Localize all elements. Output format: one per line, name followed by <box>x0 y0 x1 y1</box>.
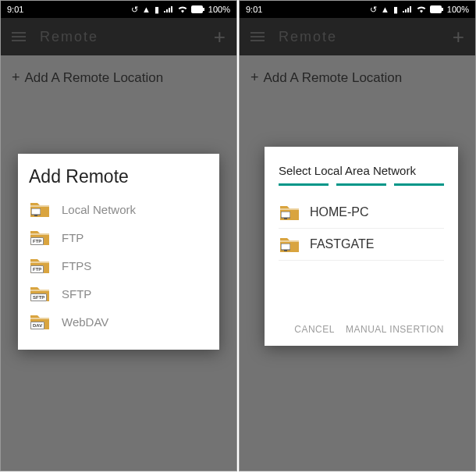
folder-icon <box>279 235 300 254</box>
battery-icon <box>191 5 205 13</box>
status-icons: ↺ ▲ ▮ <box>370 5 399 15</box>
remote-item-webdav[interactable]: DAV WebDAV <box>29 308 208 336</box>
folder-icon <box>29 200 51 219</box>
remote-item-ftp[interactable]: FTP FTP <box>29 223 208 251</box>
remote-item-local-network[interactable]: Local Network <box>29 195 208 223</box>
dialog-actions: CANCEL MANUAL INSERTION <box>279 315 444 335</box>
folder-icon: FTP <box>29 256 51 275</box>
remote-item-sftp[interactable]: SFTP SFTP <box>29 279 208 308</box>
progress-indicator <box>279 183 444 186</box>
remote-item-ftps[interactable]: FTP FTPS <box>29 251 208 279</box>
status-bar: 9:01 ↺ ▲ ▮ 100% <box>240 1 475 18</box>
signal-icon <box>163 5 174 13</box>
remote-label: Local Network <box>62 203 136 216</box>
network-item-home-pc[interactable]: HOME-PC <box>279 197 444 229</box>
status-right: ↺ ▲ ▮ 100% <box>370 5 469 15</box>
folder-icon: DAV <box>29 312 51 331</box>
folder-badge: FTP <box>30 265 44 273</box>
monitor-icon <box>31 208 41 216</box>
status-icons: ↺ ▲ ▮ <box>131 5 160 15</box>
screen-left: 9:01 ↺ ▲ ▮ 100% Remote + + Add A Remote … <box>0 0 237 471</box>
network-label: HOME-PC <box>310 205 369 219</box>
status-time: 9:01 <box>7 5 23 14</box>
signal-icon <box>402 5 413 13</box>
svg-rect-0 <box>191 5 203 13</box>
wifi-icon <box>177 5 188 13</box>
add-remote-dialog: Add Remote Local Network FTP FTP FTP <box>18 154 219 350</box>
remote-label: SFTP <box>62 287 91 301</box>
folder-badge: FTP <box>30 237 44 245</box>
monitor-icon <box>281 244 290 251</box>
battery-percent: 100% <box>447 5 469 14</box>
svg-rect-8 <box>281 244 290 250</box>
svg-rect-5 <box>442 8 443 11</box>
svg-rect-4 <box>430 5 442 13</box>
status-right: ↺ ▲ ▮ 100% <box>131 5 230 15</box>
status-time: 9:01 <box>246 5 262 14</box>
battery-icon <box>430 5 444 13</box>
network-item-fastgate[interactable]: FASTGATE <box>279 229 444 261</box>
cancel-button[interactable]: CANCEL <box>294 324 335 335</box>
battery-percent: 100% <box>208 5 230 14</box>
svg-rect-2 <box>31 208 41 215</box>
select-network-dialog: Select Local Area Network HOME-PC FASTGA… <box>265 147 458 346</box>
network-label: FASTGATE <box>310 237 374 251</box>
status-bar: 9:01 ↺ ▲ ▮ 100% <box>1 1 236 18</box>
folder-badge: SFTP <box>30 293 47 301</box>
svg-rect-1 <box>203 8 204 11</box>
manual-insertion-button[interactable]: MANUAL INSERTION <box>346 324 444 335</box>
remote-label: FTPS <box>62 259 91 272</box>
folder-badge: DAV <box>30 322 44 329</box>
folder-icon: FTP <box>29 228 51 247</box>
wifi-icon <box>416 5 427 13</box>
svg-rect-6 <box>281 212 290 218</box>
dialog-title: Add Remote <box>29 166 208 187</box>
folder-icon: SFTP <box>29 284 51 303</box>
svg-rect-3 <box>34 215 37 216</box>
svg-rect-9 <box>284 250 287 251</box>
dialog-title: Select Local Area Network <box>279 164 444 177</box>
monitor-icon <box>281 212 290 219</box>
screen-right: 9:01 ↺ ▲ ▮ 100% Remote + + Add A Remote … <box>239 0 476 471</box>
remote-label: FTP <box>62 231 83 244</box>
remote-label: WebDAV <box>62 315 108 329</box>
svg-rect-7 <box>284 218 287 219</box>
folder-icon <box>279 203 300 222</box>
dual-screenshot-container: 9:01 ↺ ▲ ▮ 100% Remote + + Add A Remote … <box>0 0 476 473</box>
